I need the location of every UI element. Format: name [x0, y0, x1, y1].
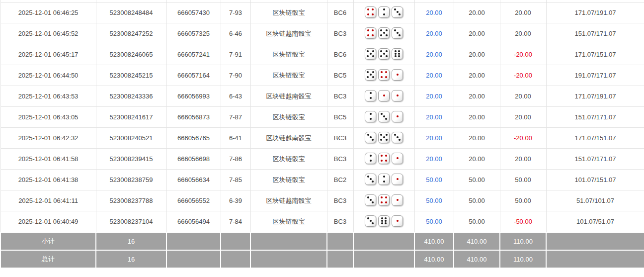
dice-result-cell	[353, 190, 414, 211]
bet-time-cell: 2025-12-01 06:43:53	[0, 86, 96, 107]
dice-result-cell	[353, 149, 414, 170]
order-id-cell: 523008237788	[96, 190, 166, 211]
bet-time-cell: 2025-12-01 06:40:49	[0, 211, 96, 233]
dice-result-cell	[353, 211, 414, 233]
balance-cell: 101.07/51.07	[546, 211, 644, 233]
table-row: 2025-12-01 06:43:05523008241617666056873…	[0, 107, 644, 128]
order-id-cell: 523008241617	[96, 107, 166, 128]
dice-result-group	[365, 215, 403, 227]
die-face-5-icon	[365, 69, 376, 81]
bet-amount-link[interactable]: 20.00	[414, 23, 454, 44]
bet-time-cell: 2025-12-01 06:41:58	[0, 149, 96, 170]
win-loss-cell: 50.00	[500, 170, 546, 190]
die-face-3-icon	[365, 215, 376, 227]
die-face-2-icon	[378, 6, 390, 18]
valid-bet-cell: 20.00	[454, 107, 500, 128]
round-id-cell: 666057164	[166, 65, 221, 86]
dice-result-group	[365, 111, 403, 122]
die-face-2-icon	[378, 174, 390, 185]
die-face-4-icon	[365, 27, 376, 39]
table-row: 2025-12-01 06:45:52523008247252666057325…	[0, 23, 644, 44]
summary-empty-cell	[250, 250, 327, 268]
round-id-cell: 666056494	[166, 211, 221, 233]
balance-cell: 171.07/151.07	[546, 128, 644, 149]
summary-winloss-total-cell: 110.00	[500, 232, 546, 250]
round-id-cell: 666057325	[166, 23, 221, 44]
table-row: 2025-12-01 06:42:32523008240521666056765…	[0, 128, 644, 149]
bet-time-cell: 2025-12-01 06:41:38	[0, 170, 96, 190]
valid-bet-cell: 20.00	[454, 149, 500, 170]
summary-empty-cell	[327, 250, 353, 268]
bet-amount-link[interactable]: 50.00	[414, 190, 454, 211]
bet-records-table: 2025-12-01 06:46:25523008248484666057430…	[0, 0, 644, 269]
order-id-cell: 523008245215	[96, 65, 166, 86]
bet-amount-link[interactable]: 20.00	[414, 149, 454, 170]
bet-amount-link[interactable]: 20.00	[414, 86, 454, 107]
die-face-1-icon	[392, 153, 403, 164]
summary-empty-cell	[546, 232, 644, 250]
bet-amount-link[interactable]: 20.00	[414, 2, 454, 23]
die-face-2-icon	[365, 90, 376, 101]
game-name-cell: 区块链越南骰宝	[250, 23, 327, 44]
round-id-cell: 666056765	[166, 128, 221, 149]
dice-result-cell	[353, 128, 414, 149]
table-code-cell: BC3	[327, 149, 353, 170]
period-cell: 7-91	[221, 44, 250, 65]
summary-empty-cell	[546, 250, 644, 268]
bet-amount-link[interactable]: 20.00	[414, 44, 454, 65]
win-loss-cell: -20.00	[500, 44, 546, 65]
bet-time-cell: 2025-12-01 06:41:11	[0, 190, 96, 211]
table-code-cell: BC5	[327, 107, 353, 128]
dice-result-cell	[353, 86, 414, 107]
dice-result-group	[365, 48, 403, 60]
order-id-cell: 523008246065	[96, 44, 166, 65]
table-row: 2025-12-01 06:41:11523008237788666056552…	[0, 190, 644, 211]
die-face-3-icon	[392, 6, 403, 18]
order-id-cell: 523008239415	[96, 149, 166, 170]
bet-records-table-wrap: 2025-12-01 06:46:25523008248484666057430…	[0, 0, 644, 269]
game-name-cell: 区块链骰宝	[250, 170, 327, 190]
die-face-4-icon	[378, 194, 390, 206]
die-face-4-icon	[378, 153, 390, 164]
table-row: 2025-12-01 06:40:49523008237104666056494…	[0, 211, 644, 233]
summary-label-cell: 小计	[0, 232, 96, 250]
bet-amount-link[interactable]: 20.00	[414, 65, 454, 86]
summary-bet-total-cell: 410.00	[414, 250, 454, 268]
bet-amount-link[interactable]: 50.00	[414, 170, 454, 190]
summary-bet-total-cell: 410.00	[414, 232, 454, 250]
order-id-cell: 523008247252	[96, 23, 166, 44]
balance-cell: 101.07/151.07	[546, 170, 644, 190]
balance-cell: 171.07/151.07	[546, 44, 644, 65]
round-id-cell: 666056552	[166, 190, 221, 211]
period-cell: 7-85	[221, 170, 250, 190]
summary-count-cell: 16	[96, 250, 166, 268]
die-face-3-icon	[365, 194, 376, 206]
game-name-cell: 区块链越南骰宝	[250, 86, 327, 107]
round-id-cell: 666056634	[166, 170, 221, 190]
summary-empty-cell	[221, 250, 250, 268]
bet-amount-link[interactable]: 20.00	[414, 128, 454, 149]
die-face-1-icon	[392, 174, 403, 185]
game-name-cell: 区块链骰宝	[250, 44, 327, 65]
table-row: 2025-12-01 06:46:25523008248484666057430…	[0, 2, 644, 23]
bet-time-cell: 2025-12-01 06:46:25	[0, 2, 96, 23]
balance-cell: 151.07/171.07	[546, 23, 644, 44]
period-cell: 6-43	[221, 86, 250, 107]
bet-amount-link[interactable]: 50.00	[414, 211, 454, 233]
dice-result-group	[365, 174, 403, 185]
order-id-cell: 523008237104	[96, 211, 166, 233]
balance-cell: 191.07/171.07	[546, 65, 644, 86]
die-face-3-icon	[392, 27, 403, 39]
balance-cell: 171.07/191.07	[546, 86, 644, 107]
table-row: 2025-12-01 06:44:50523008245215666057164…	[0, 65, 644, 86]
period-cell: 7-87	[221, 107, 250, 128]
die-face-3-icon	[365, 174, 376, 185]
bet-amount-link[interactable]: 20.00	[414, 107, 454, 128]
dice-result-cell	[353, 2, 414, 23]
die-face-1-icon	[392, 90, 403, 101]
dice-result-group	[365, 132, 403, 143]
dice-result-cell	[353, 65, 414, 86]
table-row: 2025-12-01 06:41:38523008238759666056634…	[0, 170, 644, 190]
table-row: 2025-12-01 06:43:53523008243336666056993…	[0, 86, 644, 107]
game-name-cell: 区块链越南骰宝	[250, 128, 327, 149]
